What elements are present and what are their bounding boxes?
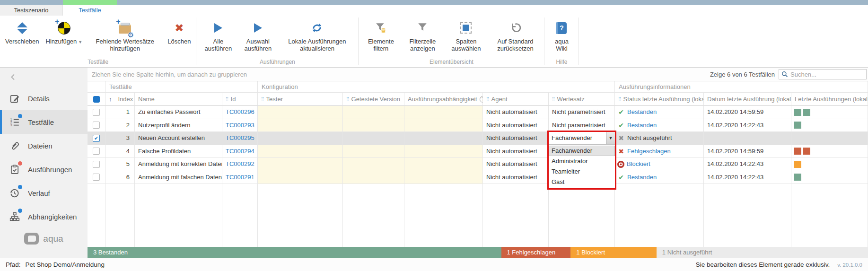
name-cell: Falsche Profildaten: [135, 145, 222, 158]
dropdown-value[interactable]: Fachanwender: [549, 132, 606, 144]
testcase-id-link[interactable]: TC000295: [226, 134, 254, 141]
tester-cell[interactable]: [258, 132, 343, 145]
row-checkbox[interactable]: [93, 148, 100, 155]
agent-cell[interactable]: Nicht automatisiert: [483, 145, 549, 158]
lokale-ausfuehrungen-aktualisieren-button[interactable]: Lokale Ausführungen aktualisieren: [278, 18, 356, 52]
column-header-status[interactable]: ⠿Status letzte Ausführung (lokal): [615, 93, 704, 106]
alle-ausfuehren-button[interactable]: Alle ausführen: [198, 18, 238, 52]
sidebar-item-ausfuehrungen[interactable]: Ausführungen: [0, 157, 88, 181]
wertesatz-cell[interactable]: Nicht parametrisiert: [549, 119, 615, 132]
dropdown-combo[interactable]: Fachanwender ▼: [549, 132, 615, 145]
filterzeile-anzeigen-button[interactable]: Filterzeile anzeigen: [401, 18, 444, 52]
status-link[interactable]: Blockiert: [627, 158, 650, 170]
sidebar-item-dateien[interactable]: Dateien: [0, 134, 88, 157]
dropdown-option-gast[interactable]: Gast: [549, 177, 615, 187]
ribbon-group-label: Hilfe: [544, 59, 579, 65]
column-header-wertesatz[interactable]: ⠿Wertesatz: [549, 93, 615, 106]
name-cell: Zu einfaches Passwort: [135, 106, 222, 119]
status-link[interactable]: Bestanden: [627, 171, 657, 184]
column-header-name[interactable]: Name: [135, 93, 222, 106]
column-header-index[interactable]: ↑Index: [105, 93, 135, 106]
tester-cell[interactable]: [258, 145, 343, 158]
column-header-datum[interactable]: Datum letzte Ausführung (lokal): [704, 93, 791, 106]
fehlende-wertesaetze-button[interactable]: +⚙ Fehlende Wertesätze hinzufügen: [86, 18, 164, 52]
row-checkbox[interactable]: [93, 109, 100, 116]
agent-cell[interactable]: Nicht automatisiert: [483, 106, 549, 119]
checkbox-cell[interactable]: [88, 132, 105, 145]
select-all-cell[interactable]: [88, 93, 105, 106]
ausfuehrungsabhaengigkeit-cell[interactable]: [404, 171, 483, 184]
testcase-id-link[interactable]: TC000293: [226, 122, 254, 129]
ausfuehrungsabhaengigkeit-cell[interactable]: [404, 119, 483, 132]
history-cell: [791, 145, 868, 158]
testcase-id-link[interactable]: TC000296: [226, 108, 254, 115]
tester-cell[interactable]: [258, 171, 343, 184]
getestete-version-cell[interactable]: [343, 106, 404, 119]
status-link[interactable]: Bestanden: [627, 106, 657, 118]
agent-cell[interactable]: Nicht automatisiert: [483, 132, 549, 145]
tester-cell[interactable]: [258, 106, 343, 119]
column-header-letzte-ausfuehrungen[interactable]: Letzte Ausführungen (lokal): [791, 93, 868, 106]
dropdown-button[interactable]: ▼: [606, 132, 615, 144]
auswahl-ausfuehren-button[interactable]: Auswahl ausführen: [238, 18, 278, 52]
auf-standard-zuruecksetzen-button[interactable]: Auf Standard zurücksetzen: [488, 18, 542, 52]
column-header-tester[interactable]: ⠿Tester: [258, 93, 343, 106]
sidebar-item-verlauf[interactable]: Verlauf: [0, 181, 88, 205]
getestete-version-cell[interactable]: [343, 145, 404, 158]
hinzufuegen-button[interactable]: + Hinzufügen▼: [43, 18, 86, 46]
checkbox-cell[interactable]: [88, 158, 105, 171]
elemente-filtern-button[interactable]: Elemente filtern: [360, 18, 401, 52]
dropdown-option-fachanwender[interactable]: Fachanwender: [549, 146, 615, 156]
tab-testfaelle[interactable]: Testfälle: [63, 5, 117, 16]
getestete-version-cell[interactable]: [343, 171, 404, 184]
column-header-ausfuehrungsabhaengigkeit[interactable]: Ausführungsabhängigkeit?: [404, 93, 483, 106]
drag-dots-icon: ⠿: [226, 97, 228, 102]
spalten-auswaehlen-button[interactable]: Spalten auswählen: [444, 18, 488, 52]
checkbox-cell[interactable]: [88, 106, 105, 119]
tester-cell[interactable]: [258, 119, 343, 132]
testcase-id-link[interactable]: TC000294: [226, 148, 254, 155]
agent-cell[interactable]: Nicht automatisiert: [483, 171, 549, 184]
row-checkbox[interactable]: [93, 174, 100, 181]
ausfuehrungsabhaengigkeit-cell[interactable]: [404, 132, 483, 145]
info-icon[interactable]: ?: [480, 96, 483, 103]
group-by-drop-zone[interactable]: Ziehen Sie eine Spalte hierhin, um danac…: [92, 71, 247, 78]
getestete-version-cell[interactable]: [343, 132, 404, 145]
column-header-getestete-version[interactable]: ⠿Getestete Version: [343, 93, 404, 106]
testcase-id-link[interactable]: TC000292: [226, 160, 254, 167]
ausfuehrungsabhaengigkeit-cell[interactable]: [404, 158, 483, 171]
ausfuehrungsabhaengigkeit-cell[interactable]: [404, 106, 483, 119]
search-input[interactable]: [788, 71, 866, 78]
column-header-agent[interactable]: ⠿Agent: [483, 93, 549, 106]
ausfuehrungsabhaengigkeit-cell[interactable]: [404, 145, 483, 158]
execution-history-square: [794, 109, 801, 116]
getestete-version-cell[interactable]: [343, 119, 404, 132]
agent-cell[interactable]: Nicht automatisiert: [483, 158, 549, 171]
dropdown-option-administrator[interactable]: Administrator: [549, 156, 615, 166]
row-checkbox[interactable]: [93, 122, 100, 129]
agent-cell[interactable]: Nicht automatisiert: [483, 119, 549, 132]
row-checkbox[interactable]: [93, 135, 100, 142]
collapse-sidebar-button[interactable]: [0, 68, 88, 87]
testcase-id-link[interactable]: TC000291: [226, 174, 254, 181]
aqua-wiki-button[interactable]: ? aqua Wiki: [546, 18, 577, 52]
row-checkbox[interactable]: [93, 161, 100, 168]
checkbox-cell[interactable]: [88, 119, 105, 132]
sidebar-item-details[interactable]: Details: [0, 87, 88, 110]
tester-cell[interactable]: [258, 158, 343, 171]
loeschen-button[interactable]: ✖ Löschen: [164, 18, 194, 45]
dropdown-option-teamleiter[interactable]: Teamleiter: [549, 166, 615, 177]
tab-testszenario[interactable]: Testszenario: [0, 5, 63, 16]
sidebar-item-testfaelle[interactable]: 123 Testfälle: [0, 110, 88, 134]
checkbox-cell[interactable]: [88, 145, 105, 158]
search-box[interactable]: [779, 69, 867, 79]
wertesatz-cell[interactable]: Nicht parametrisiert: [549, 106, 615, 119]
status-link[interactable]: Fehlgeschlagen: [627, 145, 671, 157]
getestete-version-cell[interactable]: [343, 158, 404, 171]
column-header-id[interactable]: ⠿Id: [222, 93, 258, 106]
checkbox-cell[interactable]: [88, 171, 105, 184]
sidebar-item-abhaengigkeiten[interactable]: Abhängigkeiten: [0, 205, 88, 228]
verschieben-button[interactable]: Verschieben: [2, 18, 43, 45]
select-all-checkbox[interactable]: [93, 96, 100, 103]
status-link[interactable]: Bestanden: [627, 119, 657, 131]
